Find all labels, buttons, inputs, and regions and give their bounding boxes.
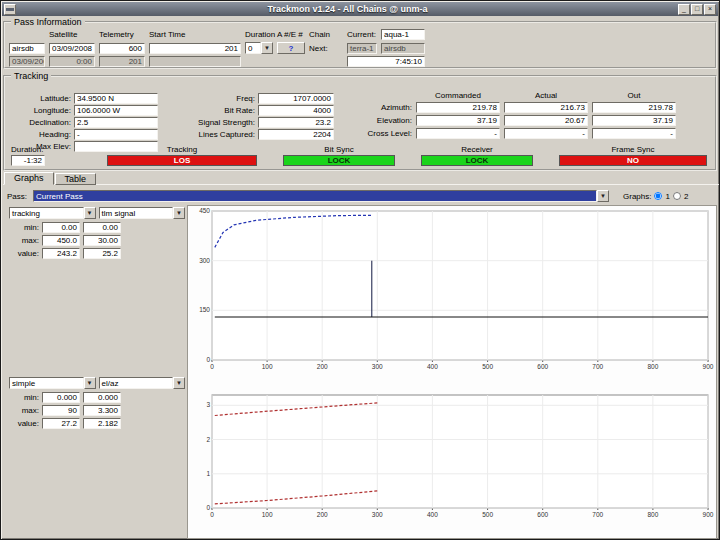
svg-text:300: 300: [199, 257, 210, 264]
svg-text:700: 700: [592, 363, 603, 370]
svg-text:500: 500: [482, 511, 493, 518]
bottom-max-field-2[interactable]: 3.300: [83, 405, 121, 416]
azimuth-out: 219.78: [592, 102, 676, 113]
top-max-label: max:: [9, 236, 39, 245]
tracking-status: Tracking LOS: [107, 145, 257, 166]
top-graph-source2-select[interactable]: tlm signal ▼: [99, 207, 186, 219]
header-satellite: Satellite: [49, 30, 95, 39]
current-satellite-field[interactable]: aqua-1: [381, 29, 425, 40]
top-value-label: value:: [9, 249, 39, 258]
top-max-field-2[interactable]: 30.00: [83, 235, 121, 246]
pass-select-value: Current Pass: [33, 190, 597, 202]
maximize-button[interactable]: □: [691, 4, 703, 15]
svg-text:500: 500: [482, 363, 493, 370]
titlebar: Trackmon v1.24 - All Chains @ unm-a _ □ …: [2, 2, 718, 16]
close-button[interactable]: ×: [704, 4, 716, 15]
minimize-button[interactable]: _: [678, 4, 690, 15]
freq-label: Freq:: [173, 94, 255, 103]
chevron-down-icon[interactable]: ▼: [84, 377, 96, 389]
svg-text:800: 800: [647, 511, 658, 518]
current-aos-field[interactable]: 201: [149, 43, 241, 54]
bottom-chart: 01002003004005006007008009000123: [188, 390, 716, 520]
svg-text:900: 900: [703, 363, 714, 370]
declination-field[interactable]: 2.5: [74, 117, 158, 128]
current-chain-value: 0: [245, 42, 261, 54]
svg-text:700: 700: [592, 511, 603, 518]
azimuth-commanded: 219.78: [416, 102, 500, 113]
tracking-status-indicator: LOS: [107, 155, 257, 166]
elevation-actual: 20.67: [504, 115, 588, 126]
top-min-field-1[interactable]: 0.00: [42, 222, 80, 233]
latitude-field[interactable]: 34.9500 N: [74, 93, 158, 104]
pass-information-grid: Satellite Telemetry Start Time Duration …: [9, 29, 711, 67]
bit-sync-status-indicator: LOCK: [283, 155, 395, 166]
bottom-min-field-2[interactable]: 0.000: [83, 392, 121, 403]
svg-text:800: 800: [647, 363, 658, 370]
tracking-signal-column: Freq:1707.0000 Bit Rate:4000 Signal Stre…: [173, 92, 334, 141]
svg-text:100: 100: [262, 511, 273, 518]
duration-label: Duration:: [11, 145, 43, 154]
header-aos-number: A #/E #: [277, 30, 305, 39]
svg-text:300: 300: [372, 511, 383, 518]
svg-text:0: 0: [210, 363, 214, 370]
svg-text:900: 900: [703, 511, 714, 518]
receiver-status-indicator: LOCK: [421, 155, 533, 166]
pass-label: Pass:: [7, 192, 27, 201]
next-duration-field: 0:00: [49, 56, 95, 67]
top-max-field-1[interactable]: 450.0: [42, 235, 80, 246]
graphs-2-radio[interactable]: [673, 192, 681, 200]
bottom-graph-source2-select[interactable]: el/az ▼: [99, 377, 186, 389]
chevron-down-icon[interactable]: ▼: [261, 42, 273, 54]
svg-text:600: 600: [537, 363, 548, 370]
header-duration: Duration: [245, 30, 273, 39]
longitude-field[interactable]: 106.0000 W: [74, 105, 158, 116]
header-out: Out: [592, 91, 676, 100]
bit-rate-field: 4000: [258, 105, 334, 116]
freq-field: 1707.0000: [258, 93, 334, 104]
next-chain-field: [149, 56, 241, 67]
frame-sync-status: Frame Sync NO: [559, 145, 707, 166]
chevron-down-icon[interactable]: ▼: [173, 377, 185, 389]
duration-countdown-field: -1:32: [11, 155, 45, 166]
lines-captured-label: Lines Captured:: [173, 130, 255, 139]
longitude-label: Longitude:: [9, 106, 71, 115]
current-start-time-field[interactable]: 03/09/2008 04:20: [49, 43, 95, 54]
graphs-tab-panel: Pass: Current Pass ▼ Graphs: 1 2 trackin…: [3, 184, 719, 538]
svg-text:0: 0: [206, 356, 210, 363]
header-actual: Actual: [504, 91, 588, 100]
window-menu-icon[interactable]: [4, 4, 16, 15]
bottom-max-field-1[interactable]: 90: [42, 405, 80, 416]
top-value-field-2: 25.2: [83, 248, 121, 259]
next-start-time-field: 03/09/2008 21:13: [9, 56, 45, 67]
window-title: Trackmon v1.24 - All Chains @ unm-a: [18, 2, 677, 16]
tracking-title: Tracking: [11, 71, 51, 81]
chevron-down-icon[interactable]: ▼: [84, 207, 96, 219]
graphs-1-radio[interactable]: [654, 192, 662, 200]
bottom-min-field-1[interactable]: 0.000: [42, 392, 80, 403]
svg-text:100: 100: [262, 363, 273, 370]
current-duration-field[interactable]: 600: [99, 43, 145, 54]
svg-text:1: 1: [206, 470, 210, 477]
pass-select[interactable]: Current Pass ▼: [33, 190, 609, 202]
chevron-down-icon[interactable]: ▼: [173, 207, 185, 219]
bottom-value-label: value:: [9, 419, 39, 428]
bottom-graph-source1-select[interactable]: simple ▼: [9, 377, 96, 389]
tab-graphs[interactable]: Graphs: [4, 172, 54, 185]
svg-text:400: 400: [427, 511, 438, 518]
current-telemetry-field[interactable]: airsdb: [9, 43, 45, 54]
elevation-out: 37.19: [592, 115, 676, 126]
header-start-time: Start Time: [149, 30, 241, 39]
help-button[interactable]: ?: [277, 42, 305, 54]
chevron-down-icon[interactable]: ▼: [597, 190, 609, 202]
tab-table[interactable]: Table: [55, 173, 97, 185]
bottom-min-label: min:: [9, 393, 39, 402]
top-graph-controls: tracking ▼ tlm signal ▼ min: 0.00 0.00 m…: [9, 207, 185, 261]
heading-field: -: [74, 129, 158, 140]
top-graph-source1-select[interactable]: tracking ▼: [9, 207, 96, 219]
declination-label: Declination:: [9, 118, 71, 127]
receiver-status-label: Receiver: [461, 145, 493, 154]
lines-captured-field: 2204: [258, 129, 334, 140]
graphs-2-label: 2: [684, 192, 688, 201]
top-min-field-2[interactable]: 0.00: [83, 222, 121, 233]
current-chain-select[interactable]: 0 ▼: [245, 42, 273, 54]
